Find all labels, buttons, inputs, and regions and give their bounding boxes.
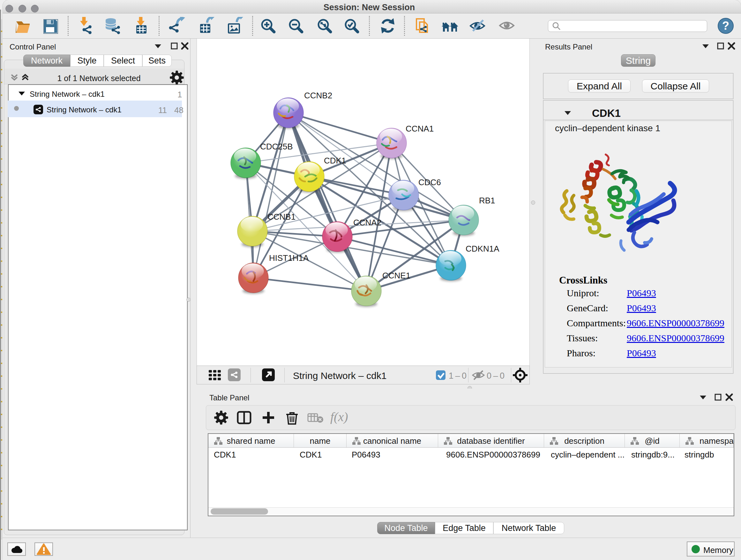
svg-text:CDC6: CDC6: [418, 178, 441, 187]
svg-text:CCNE1: CCNE1: [382, 271, 410, 280]
svg-text:RB1: RB1: [479, 196, 495, 205]
svg-text:?: ?: [722, 19, 729, 32]
svg-text:HIST1H1A: HIST1H1A: [269, 253, 309, 263]
svg-text:CCNB2: CCNB2: [304, 91, 332, 100]
svg-text:CCNA1: CCNA1: [406, 124, 434, 133]
svg-text:CCNB1: CCNB1: [267, 212, 295, 222]
svg-text:CDK1: CDK1: [324, 156, 346, 165]
svg-text:CCNA2: CCNA2: [353, 218, 381, 227]
svg-text:CDC25B: CDC25B: [260, 142, 293, 151]
svg-text:CDKN1A: CDKN1A: [466, 244, 499, 253]
